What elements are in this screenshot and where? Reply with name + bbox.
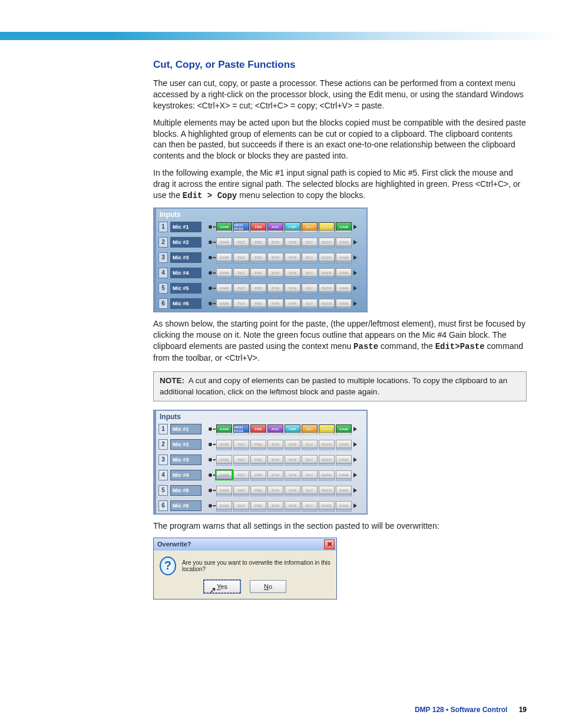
processor-block[interactable]: GAIN (336, 440, 352, 449)
processor-block[interactable]: GAIN (336, 299, 352, 308)
row-label[interactable]: Mic #1 (170, 222, 201, 232)
row-label[interactable]: Mic #6 (170, 500, 201, 511)
processor-block[interactable]: DUCK (319, 238, 335, 246)
processor-block[interactable]: DYN (285, 299, 300, 308)
processor-block[interactable]: DLY (302, 284, 318, 292)
processor-block[interactable]: GAIN (216, 238, 232, 246)
processor-block[interactable]: DYN (285, 470, 300, 479)
processor-block[interactable]: DUCK (319, 486, 335, 495)
processor-block[interactable]: FBS (250, 238, 266, 246)
processor-block[interactable]: FILT (233, 268, 249, 277)
processor-block[interactable]: DLY (302, 268, 318, 277)
processor-block[interactable]: FBS (250, 268, 266, 277)
processor-block[interactable]: GAIN (216, 268, 232, 277)
processor-block[interactable]: FILT (233, 238, 249, 246)
processor-block[interactable]: GAIN (336, 284, 352, 292)
processor-block[interactable]: DUCK (319, 501, 335, 510)
processor-block[interactable]: FILT (233, 470, 249, 479)
processor-block[interactable]: DUCK (319, 455, 335, 464)
processor-block[interactable]: GAIN (216, 299, 232, 308)
processor-block[interactable]: FBS (250, 440, 266, 449)
processor-block[interactable]: DUCK (319, 222, 335, 231)
processor-block[interactable]: GAIN (216, 470, 232, 479)
processor-block[interactable]: FBS (250, 222, 266, 231)
processor-block[interactable]: DUCK (319, 470, 335, 479)
processor-block[interactable]: DUCK (319, 253, 335, 262)
processor-block[interactable]: HIGH PASS (233, 222, 249, 231)
row-label[interactable]: Mic #5 (170, 283, 201, 294)
row-label[interactable]: Mic #3 (170, 252, 201, 263)
processor-block[interactable]: DYN (285, 268, 300, 277)
row-label[interactable]: Mic #3 (170, 454, 201, 465)
processor-block[interactable]: DYN (267, 455, 283, 464)
processor-block[interactable]: DYN (267, 470, 283, 479)
row-label[interactable]: Mic #4 (170, 268, 201, 278)
processor-block[interactable]: GAIN (216, 440, 232, 449)
processor-block[interactable]: DYN (267, 486, 283, 495)
processor-block[interactable]: GAIN (336, 222, 352, 231)
processor-block[interactable]: GAIN (216, 424, 232, 433)
processor-block[interactable]: DYN (267, 253, 283, 262)
processor-block[interactable]: DYN (285, 455, 300, 464)
processor-block[interactable]: DYN (285, 238, 300, 246)
processor-block[interactable]: DYN (285, 486, 300, 495)
processor-block[interactable]: DYN (267, 299, 283, 308)
processor-block[interactable]: DYN (285, 501, 300, 510)
processor-block[interactable]: GAIN (336, 486, 352, 495)
processor-block[interactable]: GAIN (336, 238, 352, 246)
processor-block[interactable]: DUCK (319, 299, 335, 308)
processor-block[interactable]: DYN (267, 268, 283, 277)
row-label[interactable]: Mic #2 (170, 439, 201, 450)
processor-block[interactable]: DYN (267, 284, 283, 292)
processor-block[interactable]: GAIN (216, 501, 232, 510)
processor-block[interactable]: FBS (250, 501, 266, 510)
processor-block[interactable]: GAIN (336, 501, 352, 510)
processor-block[interactable]: DUCK (319, 268, 335, 277)
processor-block[interactable]: CMP (285, 424, 300, 433)
row-label[interactable]: Mic #5 (170, 485, 201, 496)
processor-block[interactable]: GAIN (336, 470, 352, 479)
processor-block[interactable]: DYN (285, 440, 300, 449)
processor-block[interactable]: GAIN (336, 253, 352, 262)
processor-block[interactable]: FILT (233, 440, 249, 449)
yes-button[interactable]: Yes (204, 580, 240, 593)
processor-block[interactable]: DLY (302, 222, 318, 231)
processor-block[interactable]: GAIN (216, 486, 232, 495)
processor-block[interactable]: DYN (267, 238, 283, 246)
close-icon[interactable]: ✕ (324, 539, 335, 549)
processor-block[interactable]: DYN (285, 284, 300, 292)
row-label[interactable]: Mic #4 (170, 470, 201, 480)
processor-block[interactable]: FBS (250, 284, 266, 292)
no-button[interactable]: No (250, 580, 286, 593)
processor-block[interactable]: FILT (233, 253, 249, 262)
processor-block[interactable]: DYN (267, 501, 283, 510)
processor-block[interactable]: FBS (250, 470, 266, 479)
processor-block[interactable]: AGC (267, 424, 283, 433)
processor-block[interactable]: DLY (302, 501, 318, 510)
processor-block[interactable]: GAIN (336, 455, 352, 464)
processor-block[interactable]: AGC (267, 222, 283, 231)
processor-block[interactable]: FBS (250, 424, 266, 433)
processor-block[interactable]: DLY (302, 470, 318, 479)
processor-block[interactable]: DLY (302, 424, 318, 433)
processor-block[interactable]: DYN (285, 253, 300, 262)
processor-block[interactable]: DLY (302, 440, 318, 449)
processor-block[interactable]: GAIN (216, 284, 232, 292)
processor-block[interactable]: GAIN (336, 268, 352, 277)
processor-block[interactable]: GAIN (336, 424, 352, 433)
processor-block[interactable]: FILT (233, 299, 249, 308)
processor-block[interactable]: DLY (302, 299, 318, 308)
processor-block[interactable]: FBS (250, 486, 266, 495)
processor-block[interactable]: FILT (233, 501, 249, 510)
processor-block[interactable]: FBS (250, 455, 266, 464)
processor-block[interactable]: CMP (285, 222, 300, 231)
processor-block[interactable]: DLY (302, 455, 318, 464)
processor-block[interactable]: DLY (302, 486, 318, 495)
processor-block[interactable]: GAIN (216, 455, 232, 464)
processor-block[interactable]: HIGH PASS (233, 424, 249, 433)
row-label[interactable]: Mic #2 (170, 237, 201, 248)
processor-block[interactable]: FBS (250, 253, 266, 262)
processor-block[interactable]: FILT (233, 455, 249, 464)
processor-block[interactable]: FILT (233, 284, 249, 292)
processor-block[interactable]: FBS (250, 299, 266, 308)
